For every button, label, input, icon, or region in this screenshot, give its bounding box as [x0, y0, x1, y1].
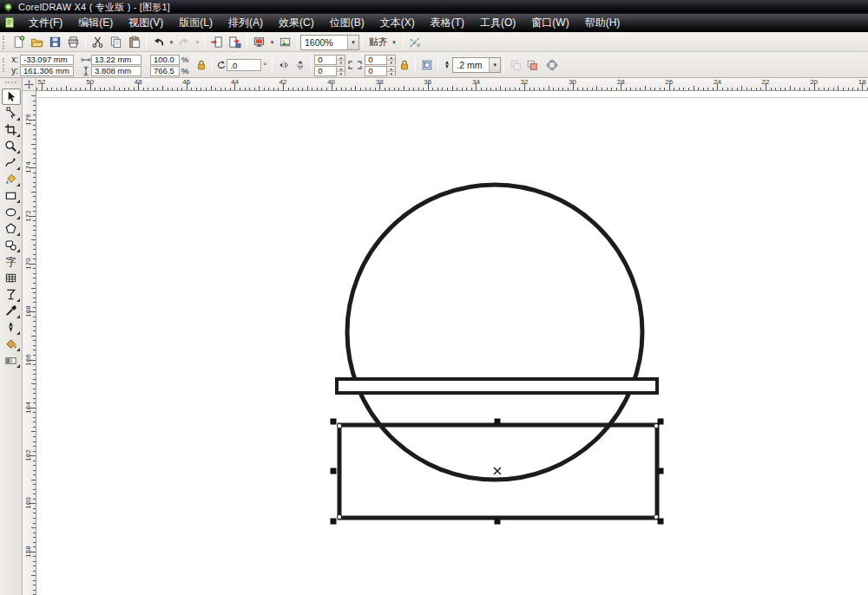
- circle-shape[interactable]: [347, 185, 642, 480]
- corner-radius-br-field[interactable]: 0: [365, 66, 387, 76]
- scale-y-field[interactable]: 766.5: [150, 66, 180, 76]
- vertical-ruler[interactable]: 176174172170168166164162160158: [23, 91, 36, 595]
- paste-button[interactable]: [125, 34, 143, 51]
- eyedropper-tool[interactable]: [2, 303, 21, 319]
- menu-item-1[interactable]: 文件(F): [21, 14, 70, 32]
- zoom-tool[interactable]: [2, 138, 21, 154]
- corner-radius-tl-field[interactable]: 0: [314, 55, 337, 65]
- lock-ratio-button[interactable]: [193, 56, 209, 74]
- zoom-level-combo[interactable]: 1600%▼: [300, 35, 359, 50]
- drawing-canvas[interactable]: [36, 91, 868, 595]
- outline-width-dropdown-icon[interactable]: ▼: [489, 58, 500, 72]
- polygon-tool[interactable]: [2, 220, 21, 237]
- table-tool[interactable]: [2, 270, 21, 286]
- to-back-button[interactable]: [523, 56, 540, 74]
- mirror-vertical-button[interactable]: [292, 56, 308, 74]
- shape-tool[interactable]: [2, 105, 21, 121]
- horizontal-ruler[interactable]: 525048464442403836343230282624222018: [36, 78, 868, 91]
- open-button[interactable]: [28, 34, 46, 51]
- outline-pen-tool[interactable]: [2, 319, 21, 336]
- selection-handle[interactable]: [495, 519, 501, 525]
- ruler-tick: [466, 88, 467, 90]
- y-position-field[interactable]: 161.306 mm: [20, 66, 74, 76]
- corner-radius-bl-field[interactable]: 0: [314, 66, 337, 76]
- menu-item-12[interactable]: 帮助(H): [577, 14, 628, 32]
- menu-item-5[interactable]: 排列(A): [220, 14, 271, 32]
- menu-item-4[interactable]: 版面(L): [171, 14, 220, 32]
- menu-item-8[interactable]: 文本(X): [372, 14, 423, 32]
- convert-to-curves-button[interactable]: [543, 56, 560, 74]
- selection-handle[interactable]: [658, 419, 664, 425]
- title-bar[interactable]: CorelDRAW X4 ( 专业版 ) - [图形1]: [0, 0, 868, 14]
- corner-node[interactable]: [337, 423, 341, 428]
- undo-button-dropdown-icon[interactable]: ▼: [168, 34, 175, 51]
- lock-corners-button[interactable]: [396, 56, 412, 74]
- snap-to-dropdown[interactable]: 贴齐▼: [365, 34, 400, 50]
- selection-handle[interactable]: [658, 519, 664, 525]
- menu-item-3[interactable]: 视图(V): [121, 14, 171, 32]
- corner-tr-spinner[interactable]: ▲▼: [387, 55, 396, 65]
- object-center-mark[interactable]: [494, 468, 501, 474]
- corner-node[interactable]: [337, 514, 341, 519]
- menu-item-7[interactable]: 位图(B): [322, 14, 372, 32]
- ruler-tick: [370, 88, 371, 90]
- corel-online-button[interactable]: [276, 34, 294, 51]
- redo-icon: [178, 36, 191, 49]
- export-button[interactable]: [226, 34, 244, 51]
- pick-tool[interactable]: [2, 88, 21, 105]
- print-button[interactable]: [64, 34, 82, 51]
- x-position-field[interactable]: -33.097 mm: [20, 55, 74, 65]
- selection-handle[interactable]: [658, 468, 664, 474]
- toolbox-grip[interactable]: [5, 82, 16, 87]
- redo-button[interactable]: [175, 34, 194, 51]
- interactive-fill-tool[interactable]: [2, 352, 21, 369]
- copy-button[interactable]: [107, 34, 125, 51]
- selection-handle[interactable]: [331, 468, 337, 474]
- menu-item-6[interactable]: 效果(C): [271, 14, 322, 32]
- property-bar-grip[interactable]: [3, 58, 6, 72]
- corner-tl-spinner[interactable]: ▲▼: [337, 55, 345, 65]
- basic-shapes-tool[interactable]: [2, 237, 21, 253]
- fill-tool[interactable]: [2, 336, 21, 352]
- corner-bl-spinner[interactable]: ▲▼: [337, 66, 345, 76]
- wrap-text-button[interactable]: [418, 56, 435, 74]
- app-launcher-button[interactable]: [250, 34, 268, 51]
- menu-item-11[interactable]: 窗口(W): [523, 14, 576, 32]
- toolbar-grip[interactable]: [3, 36, 6, 49]
- outline-width-combo[interactable]: .2 mm ▼: [452, 57, 501, 73]
- rotation-angle-field[interactable]: .0: [227, 59, 261, 71]
- ellipse-tool[interactable]: [2, 204, 21, 220]
- ruler-tick: [833, 88, 834, 90]
- menu-item-10[interactable]: 工具(O): [472, 14, 523, 32]
- save-button[interactable]: [46, 34, 64, 51]
- zoom-dropdown-icon[interactable]: ▼: [347, 36, 358, 49]
- corner-radius-tr-field[interactable]: 0: [365, 55, 387, 65]
- to-front-button[interactable]: [507, 56, 523, 74]
- rectangle-tool[interactable]: [2, 187, 21, 204]
- menu-item-9[interactable]: 表格(T): [423, 14, 472, 32]
- dynamic-guides-button[interactable]: [406, 34, 424, 51]
- crop-tool[interactable]: [2, 121, 21, 138]
- mirror-horizontal-button[interactable]: [275, 56, 292, 74]
- object-width-field[interactable]: 13.22 mm: [91, 55, 141, 65]
- smart-fill-tool[interactable]: [2, 171, 21, 187]
- thin-rectangle-shape[interactable]: [337, 379, 657, 393]
- selection-handle[interactable]: [495, 419, 501, 425]
- corner-br-spinner[interactable]: ▲▼: [387, 66, 396, 76]
- object-height-field[interactable]: 3.808 mm: [91, 66, 141, 76]
- undo-button[interactable]: [149, 34, 168, 51]
- app-launcher-button-dropdown-icon[interactable]: ▼: [268, 34, 276, 51]
- cut-button[interactable]: [89, 34, 107, 51]
- text-tool[interactable]: 字: [2, 253, 21, 270]
- ruler-origin-button[interactable]: [23, 78, 36, 91]
- freehand-tool[interactable]: [2, 154, 21, 171]
- import-button[interactable]: [207, 34, 226, 51]
- selection-handle[interactable]: [331, 419, 337, 425]
- selection-handle[interactable]: [331, 519, 337, 525]
- ruler-tick: [398, 88, 399, 90]
- new-button[interactable]: [10, 34, 28, 51]
- interactive-blend-tool[interactable]: [2, 286, 21, 303]
- redo-button-dropdown-icon[interactable]: ▼: [194, 34, 201, 51]
- scale-x-field[interactable]: 100.0: [150, 55, 180, 65]
- menu-item-2[interactable]: 编辑(E): [70, 14, 121, 32]
